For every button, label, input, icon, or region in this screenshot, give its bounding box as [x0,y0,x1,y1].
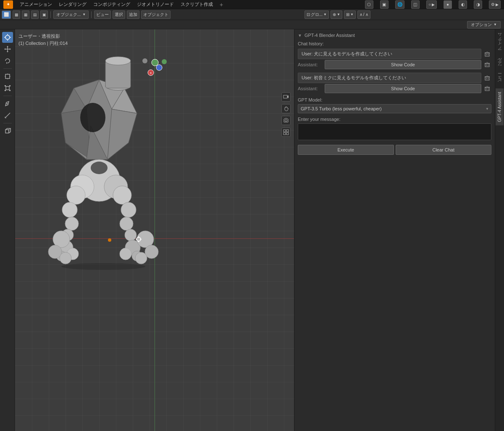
gpt-model-select[interactable]: GPT-3.5 Turbo (less powerful, cheaper)GP… [298,104,491,113]
message-input[interactable] [298,123,491,140]
add-menu[interactable]: 追加 [127,10,139,19]
object-mode-label: オブジェク... [56,12,81,18]
svg-point-78 [61,263,145,270]
menu-geometry-nodes[interactable]: ジオメトリノード [137,1,174,8]
svg-rect-39 [286,130,289,132]
svg-point-60 [65,217,79,230]
icon-4: ▣ [42,13,46,17]
clear-chat-button[interactable]: Clear Chat [396,145,492,155]
delete-user-msg-2[interactable] [483,74,491,82]
svg-marker-8 [7,51,8,52]
viewport-icon: ⬜ [4,12,9,17]
scene-btn[interactable]: 🌐 [395,0,404,9]
side-tab-items[interactable]: アイテム [495,31,504,56]
material-view-btn[interactable]: ◐ [459,0,467,9]
add-cube-tool-btn[interactable] [2,125,13,136]
left-toolbar [0,29,15,431]
icon-3: ▤ [33,13,37,17]
side-tab-tools[interactable]: ツール [495,56,504,72]
side-tab-view[interactable]: ビュー [495,72,504,89]
layer-btn[interactable]: ◫ [411,0,420,9]
delete-assistant-msg-2[interactable] [483,84,491,93]
move-tool-btn[interactable] [2,44,13,55]
blender-logo[interactable]: ✦ [3,0,13,9]
snap-arrow: ▼ [323,13,327,16]
object-mode-dropdown[interactable]: オブジェク... ▼ [53,10,89,19]
execute-button[interactable]: Execute [298,145,394,155]
view-menu[interactable]: ビュー [94,10,111,19]
icon-2: ▦ [24,13,28,17]
pivot-icon: ⊕ [333,12,336,17]
icon-btn-1[interactable]: ▩ [13,10,20,19]
icon-btn-3[interactable]: ▤ [31,10,39,19]
show-code-btn-1[interactable]: Show Code [325,60,481,69]
camera-view-btn[interactable] [281,92,291,102]
cursor-tool-btn[interactable] [2,32,13,43]
solid-view-btn[interactable]: ● [444,0,452,9]
svg-marker-47 [108,109,137,159]
solid-icon: ● [446,2,449,7]
pivot-btn[interactable]: ⊕ ▼ [331,10,342,19]
svg-point-74 [60,252,71,264]
scene-icon: 🌐 [397,2,402,7]
object-menu[interactable]: オブジェクト [141,10,171,19]
view-mode-icon[interactable]: ⬜ [2,10,11,19]
viewport-display-btn[interactable]: ▣ [380,0,388,9]
svg-point-22 [6,103,8,104]
svg-point-50 [80,103,105,132]
scale-tool-btn[interactable] [2,71,13,82]
render-icon-btn[interactable]: ⬡ [365,0,373,9]
gpt-model-section: GPT Model: GPT-3.5 Turbo (less powerful,… [298,97,491,113]
proportional-btn[interactable]: ∧ / ∧ [357,10,370,19]
grab-btn[interactable] [281,104,291,113]
grid-btn[interactable] [281,128,291,137]
panel-collapse-arrow[interactable]: ▼ [298,33,302,38]
svg-marker-9 [4,48,5,50]
transform-tool-btn[interactable] [2,83,13,94]
chat-history: User: 犬に見えるモデルを作成してください [298,49,491,93]
menu-compositing[interactable]: コンポジティング [93,1,130,8]
prop-slash: / [363,12,365,17]
menu-scripting[interactable]: スクリプト作成 [181,1,213,8]
svg-text:×: × [150,71,152,75]
menu-add-tab[interactable]: + [220,1,223,8]
menu-rendering[interactable]: レンダリング [59,1,87,8]
svg-point-70 [120,248,131,260]
lt-sep-3 [3,123,12,123]
snap-label: グロ... [311,12,323,18]
rotate-tool-btn[interactable] [2,55,13,66]
svg-point-79 [108,238,111,242]
snap-btn[interactable]: ⊡ グロ... ▼ [304,10,329,19]
settings-btn[interactable]: ⚙ ▶ [489,0,501,9]
panel-main: ▼ GPT-4 Blender Assistant Chat history: … [294,29,495,431]
icon-btn-2[interactable]: ▦ [22,10,29,19]
delete-user-msg-1[interactable] [483,50,491,58]
svg-point-58 [67,186,85,204]
engine-icon: ○ [428,2,431,7]
rendered-view-btn[interactable]: ◑ [474,0,482,9]
side-tab-gpt-assistant[interactable]: GPT-4 Assistant [496,89,504,125]
svg-rect-100 [485,87,489,91]
main-area: ユーザー・透視投影 (1) Collection | 円柱:014 × [0,29,504,431]
menu-animation[interactable]: アニメーション [20,1,52,8]
lt-sep-2 [3,96,12,96]
viewport[interactable]: ユーザー・透視投影 (1) Collection | 円柱:014 × [15,29,294,431]
transform-btn[interactable]: ⊞ ▼ [344,10,356,19]
annotate-tool-btn[interactable] [2,98,13,109]
icon-btn-4[interactable]: ▣ [40,10,48,19]
options-bar: オプション ▼ [0,20,504,29]
select-menu[interactable]: 選択 [113,10,125,19]
svg-rect-18 [5,85,6,86]
measure-tool-btn[interactable] [2,110,13,121]
options-button[interactable]: オプション ▼ [467,21,501,29]
chat-assistant-row-1: Assistant: Show Code [298,60,491,69]
x-handle: × [147,69,155,78]
sep-1 [50,11,51,18]
show-code-btn-2[interactable]: Show Code [325,84,481,93]
delete-assistant-msg-1[interactable] [483,60,491,69]
svg-rect-40 [284,133,286,135]
svg-rect-19 [9,85,10,86]
render-engine-btn[interactable]: ○ ▶ [426,0,437,9]
camera2-btn[interactable] [281,116,291,125]
svg-marker-7 [7,46,8,47]
